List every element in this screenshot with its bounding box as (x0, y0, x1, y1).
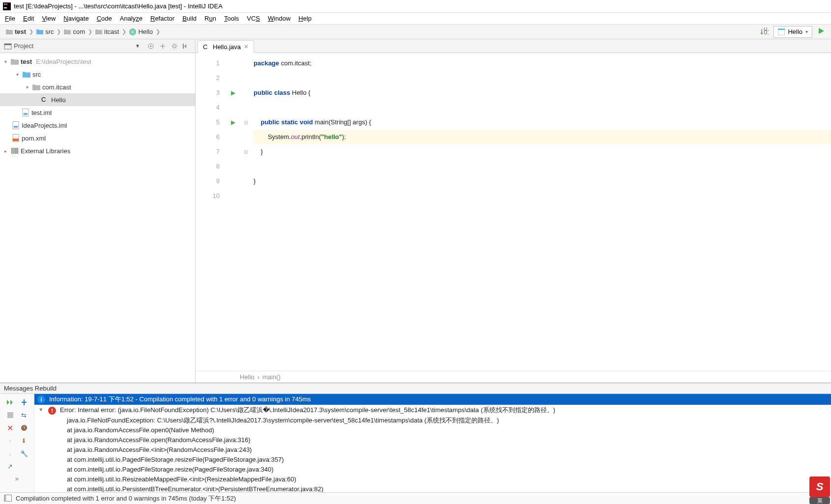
stack-line[interactable]: at com.intellij.util.io.PersistentBTreeE… (34, 484, 831, 492)
status-window-icon[interactable] (4, 495, 12, 503)
settings-wrench-icon[interactable]: 🔧 (19, 448, 29, 459)
menu-help[interactable]: Help (294, 14, 315, 23)
run-button-icon[interactable] (817, 27, 825, 36)
fold-close-icon[interactable]: ⊟ (241, 144, 251, 159)
stop-icon[interactable] (5, 410, 16, 420)
collapse-all-icon[interactable] (158, 41, 168, 51)
settings-gear-icon[interactable] (170, 41, 179, 51)
editor-body[interactable]: 12345678910 ▶ ▶ ⊟ ⊟ package com.itcast; … (196, 53, 831, 371)
more-icon[interactable]: » (15, 475, 19, 482)
locate-icon[interactable] (146, 41, 156, 51)
code-area[interactable]: package com.itcast; public class Hello {… (251, 53, 831, 371)
menu-code[interactable]: Code (93, 14, 116, 23)
pin-icon[interactable]: ↗ (5, 461, 16, 472)
crumb-label: com (73, 28, 85, 35)
tree-test-iml[interactable]: test.iml (0, 106, 195, 119)
fold-open-icon[interactable]: ⊟ (241, 115, 251, 130)
tree-path: E:\IdeaProjects\test (36, 58, 91, 65)
twisty-open-icon[interactable]: ▾ (24, 84, 30, 90)
svg-rect-13 (183, 44, 184, 49)
chevron-right-icon: ❯ (29, 28, 33, 35)
menu-view[interactable]: View (38, 14, 59, 23)
blank-icon (19, 461, 29, 472)
fold-gutter[interactable]: ⊟ ⊟ (241, 53, 251, 371)
crumb-method[interactable]: main() (262, 373, 281, 381)
view-mode-dropdown-icon[interactable]: ▼ (135, 43, 140, 49)
ime-badge[interactable]: S (809, 476, 830, 497)
crumb-src[interactable]: src (33, 27, 57, 36)
stack-line[interactable]: at com.intellij.util.io.PagedFileStorage… (34, 455, 831, 465)
crumb-com[interactable]: com (61, 27, 88, 36)
stack-line[interactable]: at com.intellij.util.io.PagedFileStorage… (34, 465, 831, 475)
expand-all-icon[interactable]: ⇆ (19, 410, 29, 420)
menu-vcs[interactable]: VCS (243, 14, 264, 23)
prev-error-icon[interactable]: ↑ (5, 435, 16, 446)
tree-root[interactable]: ▾ test E:\IdeaProjects\test (0, 55, 195, 68)
message-info-row[interactable]: i Information: 19-7-11 下午1:52 - Compilat… (34, 394, 831, 405)
menu-file[interactable]: File (1, 14, 19, 23)
svg-rect-16 (13, 122, 19, 129)
tree-ideaprojects-iml[interactable]: IdeaProjects.iml (0, 119, 195, 132)
crumb-hello[interactable]: C Hello (126, 27, 156, 36)
svg-rect-1 (4, 7, 7, 8)
chevron-right-icon: ❯ (122, 28, 126, 35)
error-text: Error: Internal error: (java.io.FileNotF… (60, 406, 555, 415)
source-folder-icon (23, 70, 30, 78)
twisty-open-icon[interactable]: ▾ (37, 406, 44, 413)
filter-icon[interactable] (19, 422, 29, 433)
svg-point-12 (173, 45, 176, 48)
ime-sub-badge[interactable]: 英 (809, 497, 830, 504)
line-number-gutter: 12345678910 (196, 53, 225, 371)
twisty-closed-icon[interactable]: ▸ (2, 148, 9, 154)
window-title: test [E:\IdeaProjects] - ...\test\src\co… (14, 2, 223, 10)
twisty-open-icon[interactable]: ▾ (2, 59, 9, 64)
stack-line[interactable]: java.io.FileNotFoundException: C:\Users\… (34, 416, 831, 425)
rerun-icon[interactable] (5, 397, 16, 408)
run-method-icon[interactable]: ▶ (225, 115, 241, 130)
stack-line[interactable]: at java.io.RandomAccessFile.open0(Native… (34, 425, 831, 435)
menu-navigate[interactable]: Navigate (59, 14, 92, 23)
build-project-icon[interactable]: 0101 (760, 28, 769, 36)
tree-external-libs[interactable]: ▸ External Libraries (0, 144, 195, 157)
stack-line[interactable]: at com.intellij.util.io.ResizeableMapped… (34, 475, 831, 484)
menu-run[interactable]: Run (201, 14, 220, 23)
crumb-itcast[interactable]: itcast (92, 27, 122, 36)
hide-icon[interactable] (181, 41, 191, 51)
crumb-class[interactable]: Hello (240, 373, 255, 381)
stack-line[interactable]: at java.io.RandomAccessFile.<init>(Rando… (34, 445, 831, 455)
run-configuration-selector[interactable]: Hello ▾ (774, 26, 812, 38)
message-error-row[interactable]: ▾ ! Error: Internal error: (java.io.File… (34, 405, 831, 416)
chevron-right-icon: ❯ (88, 28, 92, 35)
tree-label: Hello (51, 96, 66, 104)
tree-hello[interactable]: C Hello (0, 93, 195, 106)
app-logo-icon (3, 2, 11, 10)
messages-header[interactable]: Messages Rebuild (0, 383, 831, 394)
run-marker-gutter[interactable]: ▶ ▶ (225, 53, 241, 371)
close-tab-icon[interactable]: ✕ (244, 43, 249, 50)
messages-tree[interactable]: i Information: 19-7-11 下午1:52 - Compilat… (34, 394, 831, 492)
menu-edit[interactable]: Edit (19, 14, 38, 23)
editor-tab-hello[interactable]: C Hello.java ✕ (198, 40, 254, 53)
menu-analyze[interactable]: Analyze (116, 14, 146, 23)
tree-pom[interactable]: pom.xml (0, 132, 195, 144)
twisty-open-icon[interactable]: ▾ (14, 72, 21, 77)
tree-pkg[interactable]: ▾ com.itcast (0, 81, 195, 93)
editor-tabs: C Hello.java ✕ (196, 39, 831, 53)
svg-rect-15 (24, 113, 28, 115)
editor-breadcrumb[interactable]: Hello › main() (196, 371, 831, 383)
export-icon[interactable]: ⬇ (19, 435, 29, 446)
close-icon[interactable]: ✕ (5, 422, 16, 433)
run-class-icon[interactable]: ▶ (225, 85, 241, 100)
menu-refactor[interactable]: Refactor (146, 14, 178, 23)
next-error-icon[interactable]: ↓ (5, 448, 16, 459)
tree-label: src (32, 71, 41, 78)
stack-line[interactable]: at java.io.RandomAccessFile.open(RandomA… (34, 435, 831, 445)
menu-tools[interactable]: Tools (220, 14, 243, 23)
menu-window[interactable]: Window (264, 14, 294, 23)
tree-src[interactable]: ▾ src (0, 68, 195, 81)
crumb-test[interactable]: test (3, 27, 29, 36)
toggle-tree-icon[interactable] (19, 397, 29, 408)
menu-build[interactable]: Build (178, 14, 201, 23)
xml-file-icon (12, 134, 20, 142)
project-tree[interactable]: ▾ test E:\IdeaProjects\test ▾ src ▾ com.… (0, 53, 195, 383)
